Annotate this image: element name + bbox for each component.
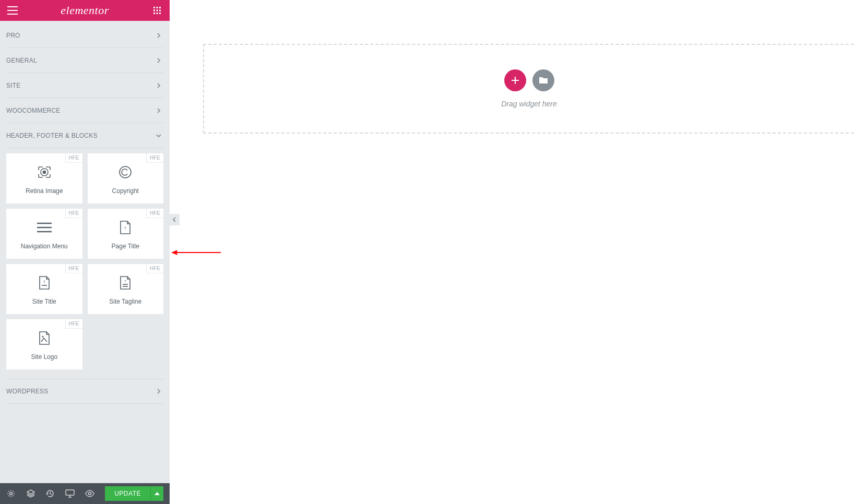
svg-point-14 [120, 166, 131, 178]
elementor-logo: elementor [61, 4, 109, 17]
sidebar-footer: UPDATE [0, 483, 170, 504]
category-hfe[interactable]: HEADER, FOOTER & BLOCKS [6, 123, 163, 148]
category-label: PRO [6, 32, 20, 39]
drop-zone-actions [504, 69, 554, 91]
hamburger-menu-button[interactable] [6, 4, 19, 17]
plus-icon [511, 76, 520, 85]
widget-label: Site Tagline [109, 298, 141, 305]
navigation-menu-icon [37, 220, 52, 235]
svg-rect-11 [159, 13, 161, 14]
layers-icon [27, 489, 35, 498]
settings-button[interactable] [6, 489, 16, 498]
category-wordpress[interactable]: WORDPRESS [6, 379, 163, 404]
widget-label: Site Title [32, 298, 56, 305]
chevron-down-icon [154, 131, 163, 140]
widget-copyright[interactable]: HFE Copyright [88, 153, 164, 203]
widget-badge: HFE [146, 264, 163, 273]
svg-point-24 [42, 336, 43, 338]
svg-text:T: T [124, 280, 126, 283]
category-label: SITE [6, 82, 20, 89]
folder-icon [539, 76, 548, 85]
widget-badge: HFE [65, 153, 82, 163]
widget-label: Navigation Menu [21, 243, 68, 250]
chevron-right-icon [154, 31, 163, 40]
category-label: HEADER, FOOTER & BLOCKS [6, 132, 98, 139]
editor-canvas: Drag widget here [170, 0, 854, 504]
widget-site-logo[interactable]: HFE Site Logo [6, 319, 82, 369]
svg-rect-7 [157, 10, 158, 11]
widget-retina-image[interactable]: HFE Retina Image [6, 153, 82, 203]
site-title-icon: T [37, 275, 52, 291]
widget-navigation-menu[interactable]: HFE Navigation Menu [6, 209, 82, 259]
svg-marker-31 [155, 492, 160, 495]
caret-up-icon [155, 492, 160, 495]
retina-image-icon [37, 164, 52, 180]
gear-icon [7, 489, 15, 498]
menu-icon [7, 6, 18, 15]
category-pro[interactable]: PRO [6, 23, 163, 48]
widget-page-title[interactable]: HFE T Page Title [88, 209, 164, 259]
svg-rect-5 [159, 7, 161, 8]
widget-badge: HFE [65, 264, 82, 273]
svg-point-30 [89, 493, 91, 495]
monitor-icon [65, 489, 75, 498]
svg-point-25 [9, 493, 12, 495]
sidebar: elementor PRO GENERAL SITE [0, 0, 170, 504]
copyright-icon [117, 164, 133, 180]
apps-grid-button[interactable] [151, 4, 163, 17]
history-icon [46, 489, 54, 498]
svg-marker-26 [27, 490, 34, 494]
eye-icon [85, 490, 94, 497]
widget-site-title[interactable]: HFE T Site Title [6, 264, 82, 314]
widget-badge: HFE [146, 209, 163, 218]
widget-label: Page Title [112, 243, 139, 250]
chevron-right-icon [154, 387, 163, 396]
svg-text:T: T [124, 226, 127, 230]
site-logo-icon [37, 330, 52, 346]
widget-label: Retina Image [26, 187, 63, 195]
sidebar-header: elementor [0, 0, 170, 21]
widgets-grid: HFE Retina Image HFE Copyrigh [6, 148, 163, 379]
navigator-button[interactable] [26, 489, 35, 498]
add-section-button[interactable] [504, 69, 526, 91]
update-button[interactable]: UPDATE [105, 486, 150, 501]
preview-button[interactable] [85, 489, 94, 498]
drop-zone[interactable]: Drag widget here [203, 44, 854, 134]
widget-site-tagline[interactable]: HFE T Site Tagline [88, 264, 164, 314]
category-woocommerce[interactable]: WOOCOMMERCE [6, 98, 163, 123]
history-button[interactable] [45, 489, 55, 498]
widget-badge: HFE [146, 153, 163, 163]
add-template-button[interactable] [532, 69, 554, 91]
widget-categories: PRO GENERAL SITE WOOCOMMERCE HEADER, F [0, 21, 170, 483]
category-site[interactable]: SITE [6, 73, 163, 98]
category-label: WORDPRESS [6, 388, 48, 395]
category-general[interactable]: GENERAL [6, 48, 163, 73]
page-title-icon: T [117, 220, 133, 235]
chevron-right-icon [154, 56, 163, 65]
update-button-group: UPDATE [105, 486, 163, 501]
widget-label: Copyright [112, 187, 139, 195]
widget-badge: HFE [65, 209, 82, 218]
svg-rect-6 [153, 10, 155, 11]
update-options-button[interactable] [150, 486, 163, 501]
responsive-button[interactable] [65, 489, 75, 498]
svg-rect-10 [157, 13, 158, 14]
svg-rect-9 [153, 13, 155, 14]
widget-label: Site Logo [31, 353, 57, 361]
svg-text:T: T [43, 280, 46, 284]
grid-icon [153, 7, 161, 14]
chevron-right-icon [154, 81, 163, 90]
svg-rect-27 [66, 490, 74, 495]
site-tagline-icon: T [117, 275, 133, 291]
svg-rect-4 [157, 7, 158, 8]
category-label: GENERAL [6, 57, 37, 64]
chevron-right-icon [154, 106, 163, 115]
svg-point-13 [43, 171, 45, 174]
svg-rect-8 [159, 10, 161, 11]
widget-badge: HFE [65, 319, 82, 329]
svg-rect-3 [153, 7, 155, 8]
category-label: WOOCOMMERCE [6, 107, 61, 114]
drop-zone-hint: Drag widget here [501, 100, 557, 108]
